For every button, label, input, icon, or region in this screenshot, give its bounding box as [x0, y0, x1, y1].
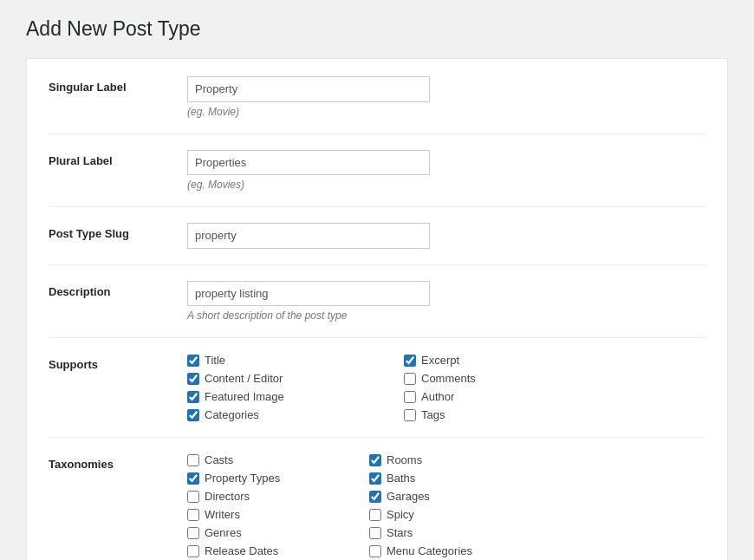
- taxonomy-checkbox-garages[interactable]: [369, 491, 381, 503]
- page-title: Add New Post Type: [26, 17, 728, 41]
- description-row: Description A short description of the p…: [49, 281, 705, 339]
- taxonomy-checkbox-label-stars: Stars: [387, 526, 413, 539]
- taxonomy-item-stars: Stars: [369, 526, 534, 539]
- supports-checkbox-label-featured_image: Featured Image: [205, 390, 284, 403]
- supports-checkbox-author[interactable]: [404, 391, 416, 403]
- taxonomy-checkbox-rooms[interactable]: [369, 454, 381, 466]
- taxonomy-checkbox-label-writers: Writers: [205, 508, 240, 521]
- supports-checkbox-label-comments: Comments: [421, 372, 476, 385]
- supports-item-content: Content / Editor: [187, 372, 387, 385]
- taxonomy-item-release_dates: Release Dates: [187, 544, 352, 557]
- plural-label-input[interactable]: [187, 150, 430, 176]
- supports-item-excerpt: Excerpt: [404, 354, 603, 367]
- plural-label-row: Plural Label (eg. Movies): [49, 150, 705, 208]
- taxonomy-checkbox-directors[interactable]: [187, 491, 199, 503]
- taxonomy-checkbox-spicy[interactable]: [369, 509, 381, 521]
- supports-checkbox-grid: TitleExcerptContent / EditorCommentsFeat…: [187, 354, 603, 421]
- taxonomy-item-spicy: Spicy: [369, 508, 534, 521]
- supports-checkbox-tags[interactable]: [404, 409, 416, 421]
- supports-checkbox-comments[interactable]: [404, 373, 416, 385]
- supports-checkbox-featured_image[interactable]: [187, 391, 199, 403]
- supports-checkbox-title[interactable]: [187, 355, 199, 367]
- supports-checkbox-label-categories: Categories: [205, 408, 259, 421]
- taxonomy-checkbox-baths[interactable]: [369, 472, 381, 485]
- plural-label-text: Plural Label: [49, 150, 187, 167]
- taxonomies-field: CastsRoomsProperty TypesBathsDirectorsGa…: [187, 453, 705, 560]
- taxonomy-checkbox-writers[interactable]: [187, 509, 199, 521]
- description-text: Description: [49, 281, 187, 298]
- supports-checkbox-label-tags: Tags: [421, 408, 445, 421]
- plural-label-hint: (eg. Movies): [187, 179, 705, 191]
- taxonomy-checkbox-label-directors: Directors: [205, 490, 250, 503]
- post-type-slug-input[interactable]: [187, 223, 430, 249]
- taxonomy-item-menu_categories: Menu Categories: [369, 544, 534, 557]
- supports-field: TitleExcerptContent / EditorCommentsFeat…: [187, 354, 705, 421]
- taxonomy-checkbox-casts[interactable]: [187, 454, 199, 466]
- taxonomy-item-rooms: Rooms: [369, 453, 534, 466]
- taxonomy-item-property_types: Property Types: [187, 472, 352, 485]
- singular-label-row: Singular Label (eg. Movie): [49, 76, 705, 134]
- supports-item-comments: Comments: [404, 372, 603, 385]
- taxonomy-item-genres: Genres: [187, 526, 352, 539]
- taxonomy-checkbox-label-property_types: Property Types: [205, 472, 280, 485]
- supports-checkbox-content[interactable]: [187, 373, 199, 385]
- taxonomy-checkbox-label-baths: Baths: [387, 472, 415, 485]
- taxonomies-checkbox-grid: CastsRoomsProperty TypesBathsDirectorsGa…: [187, 453, 534, 560]
- supports-checkbox-label-excerpt: Excerpt: [421, 354, 459, 367]
- supports-checkbox-label-title: Title: [205, 354, 225, 367]
- singular-label-hint: (eg. Movie): [187, 106, 705, 118]
- taxonomies-row: Taxonomies CastsRoomsProperty TypesBaths…: [49, 453, 705, 560]
- singular-label-text: Singular Label: [49, 76, 187, 94]
- description-input[interactable]: [187, 281, 430, 307]
- taxonomy-item-casts: Casts: [187, 453, 352, 466]
- supports-item-author: Author: [404, 390, 603, 403]
- description-field: A short description of the post type: [187, 281, 705, 322]
- taxonomy-checkbox-label-rooms: Rooms: [387, 453, 422, 466]
- singular-label-field: (eg. Movie): [187, 76, 705, 118]
- taxonomy-item-directors: Directors: [187, 490, 352, 503]
- post-type-slug-field: [187, 223, 705, 249]
- taxonomy-checkbox-label-genres: Genres: [205, 526, 242, 539]
- supports-item-title: Title: [187, 354, 387, 367]
- taxonomy-checkbox-release_dates[interactable]: [187, 545, 199, 557]
- supports-label-text: Supports: [49, 354, 187, 371]
- taxonomy-checkbox-label-garages: Garages: [387, 490, 430, 503]
- supports-checkbox-excerpt[interactable]: [404, 355, 416, 367]
- supports-item-featured_image: Featured Image: [187, 390, 387, 403]
- taxonomy-checkbox-property_types[interactable]: [187, 472, 199, 485]
- supports-item-tags: Tags: [404, 408, 603, 421]
- taxonomies-label-text: Taxonomies: [49, 453, 187, 471]
- supports-row: Supports TitleExcerptContent / EditorCom…: [49, 354, 705, 438]
- taxonomy-item-writers: Writers: [187, 508, 352, 521]
- supports-checkbox-label-content: Content / Editor: [205, 372, 283, 385]
- taxonomy-checkbox-label-spicy: Spicy: [387, 508, 414, 521]
- post-type-slug-text: Post Type Slug: [49, 223, 187, 240]
- taxonomy-checkbox-stars[interactable]: [369, 527, 381, 539]
- taxonomy-checkbox-label-menu_categories: Menu Categories: [387, 544, 472, 557]
- supports-checkbox-categories[interactable]: [187, 409, 199, 421]
- supports-checkbox-label-author: Author: [421, 390, 454, 403]
- taxonomy-checkbox-genres[interactable]: [187, 527, 199, 539]
- plural-label-field: (eg. Movies): [187, 150, 705, 192]
- form-container: Singular Label (eg. Movie) Plural Label …: [26, 58, 728, 560]
- taxonomy-checkbox-label-release_dates: Release Dates: [205, 544, 278, 557]
- singular-label-input[interactable]: [187, 76, 430, 102]
- taxonomy-checkbox-label-casts: Casts: [205, 453, 233, 466]
- taxonomy-item-baths: Baths: [369, 472, 534, 485]
- post-type-slug-row: Post Type Slug: [49, 223, 705, 265]
- taxonomy-item-garages: Garages: [369, 490, 534, 503]
- taxonomy-checkbox-menu_categories[interactable]: [369, 545, 381, 557]
- supports-item-categories: Categories: [187, 408, 387, 421]
- description-hint: A short description of the post type: [187, 309, 705, 322]
